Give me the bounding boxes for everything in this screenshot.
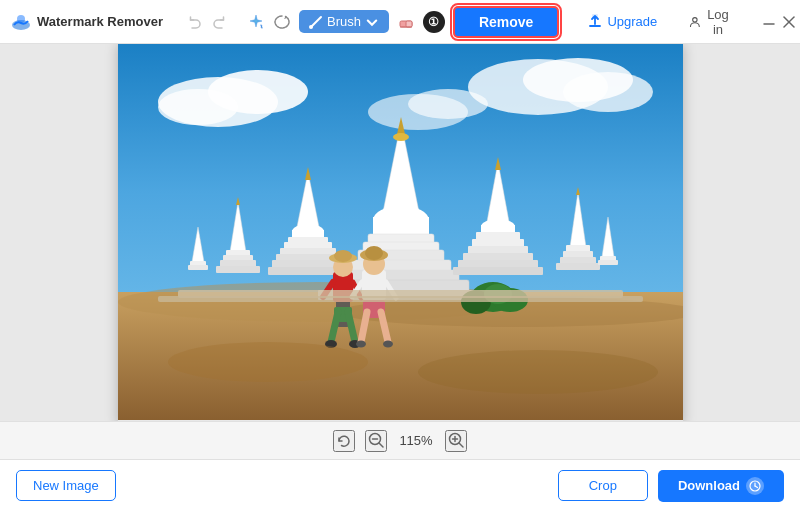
svg-point-82 [334, 250, 352, 262]
redo-icon [211, 14, 227, 30]
eraser-icon [397, 13, 415, 31]
svg-rect-66 [556, 263, 600, 270]
minimize-icon [763, 16, 775, 28]
zoom-in-button[interactable] [445, 430, 467, 452]
upgrade-label: Upgrade [607, 14, 657, 29]
svg-rect-101 [158, 296, 643, 302]
brush-button[interactable]: Brush [299, 10, 389, 33]
svg-line-113 [755, 486, 758, 488]
svg-point-97 [365, 246, 383, 260]
user-icon [689, 14, 701, 30]
svg-point-14 [158, 89, 238, 125]
svg-rect-69 [188, 265, 208, 270]
svg-rect-49 [476, 232, 520, 240]
brush-icon [309, 15, 323, 29]
svg-point-102 [168, 342, 368, 382]
svg-rect-65 [560, 257, 596, 264]
svg-rect-63 [566, 245, 590, 252]
magic-select-icon [247, 13, 265, 31]
lasso-button[interactable] [273, 8, 291, 36]
svg-rect-64 [563, 251, 593, 258]
svg-rect-51 [468, 246, 528, 254]
svg-point-7 [693, 17, 697, 21]
download-label: Download [678, 478, 740, 493]
zoom-bar: 115% [0, 421, 800, 459]
titlebar: Watermark Remover [0, 0, 800, 44]
login-label: Log in [705, 7, 731, 37]
svg-point-2 [309, 25, 313, 29]
crop-button[interactable]: Crop [558, 470, 648, 501]
magic-select-button[interactable] [247, 8, 265, 36]
svg-rect-54 [453, 267, 543, 275]
svg-point-93 [383, 340, 393, 347]
close-icon [783, 16, 795, 28]
login-button[interactable]: Log in [677, 2, 743, 42]
svg-rect-72 [598, 260, 618, 265]
undo-button[interactable] [187, 8, 203, 36]
svg-rect-50 [472, 239, 524, 247]
reset-icon [336, 433, 352, 449]
svg-point-103 [418, 350, 658, 394]
remove-button[interactable]: Remove [453, 6, 559, 38]
eraser-button[interactable] [397, 8, 415, 36]
svg-point-17 [563, 72, 653, 112]
chevron-down-icon [365, 15, 379, 29]
svg-rect-60 [216, 266, 260, 273]
svg-point-25 [393, 133, 409, 141]
svg-rect-4 [406, 21, 412, 27]
brush-label: Brush [327, 14, 361, 29]
minimize-button[interactable] [763, 8, 775, 36]
svg-rect-53 [458, 260, 538, 268]
zoom-percent: 115% [397, 433, 435, 448]
undo-icon [187, 14, 203, 30]
svg-rect-59 [220, 260, 256, 267]
redo-button[interactable] [211, 8, 227, 36]
app-logo: Watermark Remover [10, 11, 163, 33]
svg-point-1 [17, 15, 25, 23]
reset-zoom-button[interactable] [333, 430, 355, 452]
upgrade-button[interactable]: Upgrade [575, 9, 669, 35]
lasso-icon [273, 13, 291, 31]
app-logo-icon [10, 11, 32, 33]
svg-point-92 [356, 340, 366, 347]
svg-line-110 [459, 443, 463, 447]
zoom-out-icon [368, 432, 385, 449]
badge: ① [423, 11, 445, 33]
close-button[interactable] [783, 8, 795, 36]
photo-scene [118, 44, 683, 420]
app-title: Watermark Remover [37, 14, 163, 29]
footer-bar: New Image Crop Download [0, 459, 800, 511]
svg-point-19 [408, 89, 488, 119]
download-button[interactable]: Download [658, 470, 784, 502]
zoom-in-icon [448, 432, 465, 449]
new-image-button[interactable]: New Image [16, 470, 116, 501]
svg-line-106 [379, 443, 383, 447]
svg-rect-52 [463, 253, 533, 261]
badge-container: ① [423, 8, 445, 36]
upgrade-icon [587, 14, 603, 30]
download-clock-icon [746, 477, 764, 495]
image-container [118, 44, 683, 421]
main-content [0, 44, 800, 421]
zoom-out-button[interactable] [365, 430, 387, 452]
